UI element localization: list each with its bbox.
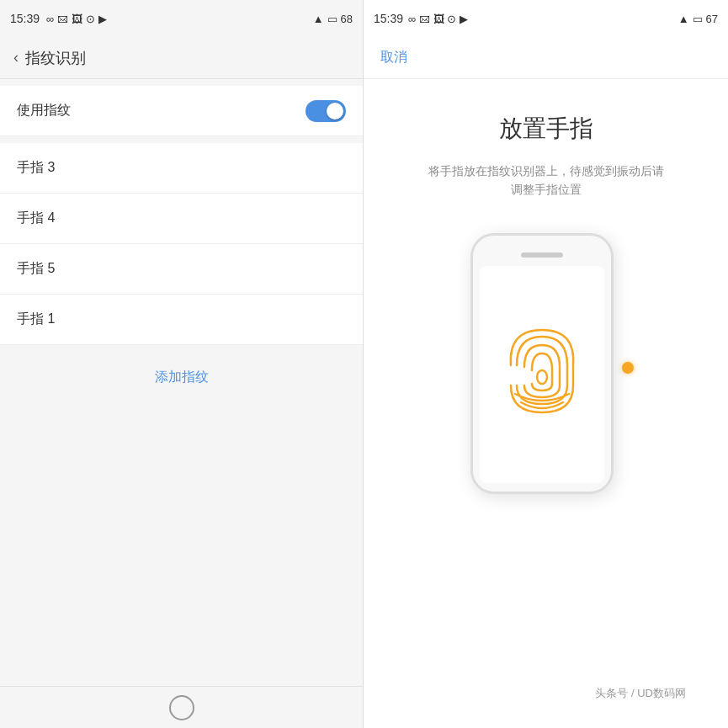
status-icons-right: ∞ 🖂 🖼 ⊙ ▶ <box>408 13 468 25</box>
image-icon-right: 🖼 <box>433 13 444 25</box>
use-fingerprint-item: 使用指纹 <box>0 86 363 136</box>
phone-speaker <box>521 252 563 258</box>
message-icon-right: 🖂 <box>419 13 430 25</box>
phone-body <box>470 233 614 494</box>
fingerprint-label-3: 手指 1 <box>17 311 346 328</box>
fingerprint-list: 手指 3 手指 4 手指 5 手指 1 <box>0 143 363 345</box>
time-right: 15:39 <box>374 12 403 25</box>
status-bar-left: 15:39 ∞ 🖂 🖼 ⊙ ▶ ▲ ▭ 68 <box>0 0 363 37</box>
play-icon-right: ▶ <box>460 13 468 25</box>
place-finger-title: 放置手指 <box>499 113 593 145</box>
wifi-icon-left: ▲ <box>313 13 324 25</box>
fingerprint-label-2: 手指 5 <box>17 260 346 278</box>
right-status-icons-left: ▲ ▭ 68 <box>313 13 353 25</box>
status-bar-right: 15:39 ∞ 🖂 🖼 ⊙ ▶ ▲ ▭ 67 <box>364 0 728 37</box>
fingerprint-label-1: 手指 4 <box>17 210 346 227</box>
wifi-icon-right: ▲ <box>678 13 689 25</box>
battery-level-right: 67 <box>706 13 718 25</box>
fingerprint-item-1[interactable]: 手指 4 <box>0 194 363 244</box>
back-button[interactable]: ‹ <box>13 49 19 66</box>
cancel-button[interactable]: 取消 <box>380 49 407 66</box>
right-status-icons-right: ▲ ▭ 67 <box>678 13 718 25</box>
phone-screen <box>480 266 604 483</box>
fingerprint-item-3[interactable]: 手指 1 <box>0 295 363 345</box>
alarm-icon: ⊙ <box>86 13 95 25</box>
fingerprint-label-0: 手指 3 <box>17 159 346 177</box>
side-button <box>622 362 634 374</box>
message-icon: 🖂 <box>57 13 68 25</box>
page-title-left: 指纹识别 <box>25 48 86 68</box>
battery-level-left: 68 <box>341 13 353 25</box>
infinity-icon: ∞ <box>46 13 54 25</box>
battery-icon-left: ▭ <box>327 13 337 25</box>
alarm-icon-right: ⊙ <box>447 13 456 25</box>
use-fingerprint-section: 使用指纹 <box>0 86 363 136</box>
top-bar-right: 取消 <box>364 37 728 79</box>
fingerprint-item-2[interactable]: 手指 5 <box>0 244 363 295</box>
fingerprint-item-0[interactable]: 手指 3 <box>0 143 363 194</box>
bottom-bar-left <box>0 686 363 728</box>
home-button[interactable] <box>169 695 194 720</box>
add-fingerprint-button[interactable]: 添加指纹 <box>0 352 363 403</box>
infinity-icon-right: ∞ <box>408 13 416 25</box>
right-panel: 15:39 ∞ 🖂 🖼 ⊙ ▶ ▲ ▭ 67 取消 放置手指 将手指放在指纹识别… <box>364 0 728 728</box>
left-panel: 15:39 ∞ 🖂 🖼 ⊙ ▶ ▲ ▭ 68 ‹ 指纹识别 使用指纹 手指 3 <box>0 0 364 728</box>
play-icon: ▶ <box>98 13 107 25</box>
right-content: 放置手指 将手指放在指纹识别器上，待感觉到振动后请调整手指位置 <box>364 79 728 728</box>
place-finger-desc: 将手指放在指纹识别器上，待感觉到振动后请调整手指位置 <box>428 162 664 199</box>
status-icons-left: ∞ 🖂 🖼 ⊙ ▶ <box>46 13 107 25</box>
use-fingerprint-toggle[interactable] <box>306 100 346 122</box>
use-fingerprint-label: 使用指纹 <box>17 102 306 120</box>
time-left: 15:39 <box>10 12 40 25</box>
fingerprint-icon <box>500 328 584 421</box>
image-icon: 🖼 <box>72 13 82 25</box>
section-gap-1 <box>0 136 363 143</box>
battery-icon-right: ▭ <box>693 13 703 25</box>
svg-point-0 <box>537 370 547 384</box>
phone-illustration <box>462 233 630 502</box>
top-bar-left: ‹ 指纹识别 <box>0 37 363 79</box>
watermark: 头条号 / UD数码网 <box>389 676 703 711</box>
